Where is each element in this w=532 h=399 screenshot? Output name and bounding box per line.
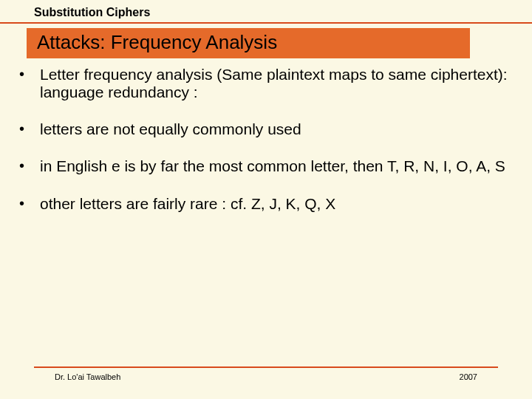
bullet-icon: •	[18, 195, 40, 212]
bullet-text: in English e is by far the most common l…	[40, 157, 510, 175]
slide: Substitution Ciphers Attacks: Frequency …	[0, 0, 532, 399]
footer-author: Dr. Lo'ai Tawalbeh	[55, 372, 120, 381]
list-item: • letters are not equally commonly used	[18, 120, 510, 138]
bullet-list: • Letter frequency analysis (Same plaint…	[18, 66, 510, 213]
topic-label: Substitution Ciphers	[0, 0, 532, 24]
bullet-text: other letters are fairly rare : cf. Z, J…	[40, 195, 510, 213]
slide-title: Attacks: Frequency Analysis	[27, 28, 470, 58]
list-item: • in English e is by far the most common…	[18, 157, 510, 175]
list-item: • Letter frequency analysis (Same plaint…	[18, 66, 510, 101]
footer: Dr. Lo'ai Tawalbeh 2007	[34, 366, 498, 381]
bullet-icon: •	[18, 66, 40, 83]
footer-divider	[34, 366, 498, 368]
bullet-icon: •	[18, 157, 40, 174]
bullet-text: Letter frequency analysis (Same plaintex…	[40, 66, 510, 101]
footer-year: 2007	[460, 372, 477, 381]
bullet-icon: •	[18, 120, 40, 137]
content-area: • Letter frequency analysis (Same plaint…	[0, 58, 532, 213]
list-item: • other letters are fairly rare : cf. Z,…	[18, 195, 510, 213]
bullet-text: letters are not equally commonly used	[40, 120, 510, 138]
